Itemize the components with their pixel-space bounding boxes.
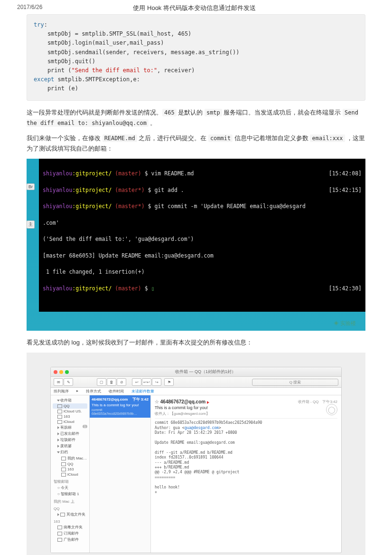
mail-toolbar: ✉ ✎ ▢ 🗑 ⊘ ↩ ↩↩ ↪ ⚑ Q 搜索 bbox=[51, 377, 341, 388]
compose-icon: ✎ bbox=[64, 378, 73, 386]
side-btn-2: 主 bbox=[27, 220, 35, 229]
mail-view: 收件箱 - QQ 下午3:42 ◯ ☆ 464867672@qq.com Thi… bbox=[151, 395, 341, 553]
traffic-lights bbox=[54, 370, 69, 374]
close-icon bbox=[54, 370, 57, 374]
mail-sidebar: 收件箱 QQ iCloud US. 163 iCloud 有旗标1 已发出邮件 … bbox=[51, 395, 90, 553]
mail-titlebar: 收件箱 — QQ（1封邮件的1封） bbox=[51, 367, 341, 377]
star-icon: ☆ bbox=[155, 399, 159, 404]
forward-icon: ↪ bbox=[152, 378, 161, 386]
header-date: 2017/6/26 bbox=[17, 4, 42, 12]
paragraph-1: 这一段异常处理的代码就是判断邮件发送的情况。465 是默认的 smtp 服务端口… bbox=[27, 107, 365, 128]
mail-screenshot: 收件箱 — QQ（1封邮件的1封） ✉ ✎ ▢ 🗑 ⊘ ↩ ↩↩ ↪ ⚑ bbox=[27, 353, 365, 555]
junk-icon: ⊘ bbox=[117, 378, 126, 386]
flag-icon: ⚑ bbox=[164, 378, 174, 386]
maximize-icon bbox=[65, 370, 69, 374]
watermark-icon: ◈ 实验楼 bbox=[334, 320, 356, 327]
mail-list-item: 464867672@qq.com下午 3:42 This is a commit… bbox=[90, 395, 150, 418]
side-btn-1: Br bbox=[27, 183, 35, 190]
page-header: 2017/6/26 使用 Hook 将代码版本变动信息通过邮件发送 bbox=[0, 0, 392, 14]
terminal-body: shiyanlou:gitproject/ (master) $ vim REA… bbox=[39, 159, 365, 312]
inbox-label: 收件箱 - QQ bbox=[298, 400, 319, 404]
delete-icon: 🗑 bbox=[107, 378, 116, 386]
mail-list: 464867672@qq.com下午 3:42 This is a commit… bbox=[90, 395, 151, 553]
mail-time: 下午3:42 bbox=[322, 400, 337, 404]
archive-icon: ▢ bbox=[97, 378, 106, 386]
paragraph-3: 看见发送成功的 log，这时候我收到了一封邮件，里面有本次提交的所有修改信息： bbox=[27, 337, 365, 348]
paragraph-2: 我们来做一个实验，在修改 README.md 之后，进行代码提交。在 commi… bbox=[27, 133, 365, 154]
mail-window: 收件箱 — QQ（1封邮件的1封） ✉ ✎ ▢ 🗑 ⊘ ↩ ↩↩ ↪ ⚑ bbox=[50, 367, 342, 553]
reply-all-icon: ↩↩ bbox=[142, 378, 151, 386]
minimize-icon bbox=[59, 370, 63, 374]
header-title: 使用 Hook 将代码版本变动信息通过邮件发送 bbox=[42, 4, 346, 12]
mail-window-title: 收件箱 — QQ（1封邮件的1封） bbox=[73, 369, 338, 375]
flag-icon bbox=[207, 401, 209, 404]
reply-icon: ↩ bbox=[132, 378, 141, 386]
terminal-screenshot: Br 主 shiyanlou:gitproject/ (master) $ vi… bbox=[27, 159, 365, 331]
inbox-icon: ✉ bbox=[54, 378, 63, 386]
search-input: Q 搜索 bbox=[252, 379, 338, 386]
code-block: try: smtpObj = smtplib.SMTP_SSL(mail_hos… bbox=[27, 14, 365, 101]
mail-sort-bar: 排列顺序 ▸ 排序方式 收件时间 未读邮件数量 bbox=[51, 388, 341, 395]
